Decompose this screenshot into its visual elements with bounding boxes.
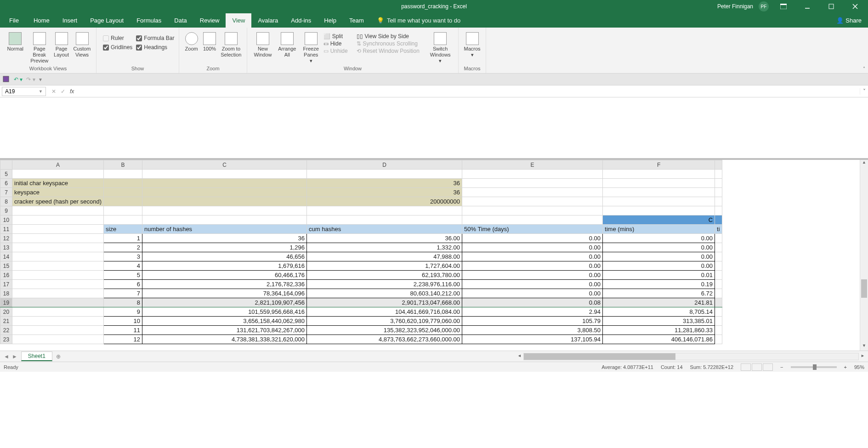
- col-header-a[interactable]: A: [12, 160, 104, 170]
- col-header-b[interactable]: B: [104, 160, 142, 170]
- add-sheet-icon[interactable]: ⊕: [52, 353, 64, 360]
- table-row[interactable]: 22 11 131,621,703,842,267,000 135,382,32…: [0, 326, 722, 335]
- row-header[interactable]: 14: [0, 252, 12, 261]
- expand-formula-bar-icon[interactable]: ˅: [860, 88, 868, 95]
- horizontal-scrollbar[interactable]: ◄ ►: [523, 353, 859, 360]
- switch-windows-button[interactable]: Switch Windows ▾: [426, 31, 454, 64]
- arrange-all-button[interactable]: Arrange All: [276, 31, 299, 58]
- zoom-level[interactable]: 95%: [854, 364, 864, 370]
- view-page-layout-icon[interactable]: [752, 363, 762, 371]
- tab-view[interactable]: View: [226, 13, 251, 28]
- close-icon[interactable]: [846, 0, 864, 13]
- table-row[interactable]: 21 10 3,656,158,440,062,980 3,760,620,10…: [0, 317, 722, 326]
- table-row[interactable]: 18 7 78,364,164,096 80,603,140,212.00 0.…: [0, 289, 722, 298]
- scroll-down-icon[interactable]: ▼: [860, 343, 868, 351]
- page-break-button[interactable]: Page Break Preview: [28, 31, 51, 64]
- row-header[interactable]: 22: [0, 326, 12, 335]
- avatar[interactable]: PF: [759, 1, 769, 11]
- row-header[interactable]: 16: [0, 271, 12, 280]
- row-header[interactable]: 15: [0, 261, 12, 271]
- tell-me[interactable]: 💡 Tell me what you want to do: [370, 13, 467, 28]
- sheet-tab[interactable]: Sheet1: [21, 352, 52, 361]
- user-name[interactable]: Peter Finnigan: [717, 3, 753, 10]
- row-header[interactable]: 18: [0, 289, 12, 298]
- scroll-thumb[interactable]: [861, 279, 867, 298]
- tab-team[interactable]: Team: [343, 13, 370, 28]
- sheet-nav-prev-icon[interactable]: ◄: [4, 353, 9, 360]
- row-header[interactable]: 21: [0, 317, 12, 326]
- row-header[interactable]: 12: [0, 234, 12, 243]
- view-normal-icon[interactable]: [741, 363, 751, 371]
- table-row[interactable]: 15 4 1,679,616 1,727,604.00 0.00 0.00: [0, 261, 722, 271]
- table-row[interactable]: 20 9 101,559,956,668,416 104,461,669,716…: [0, 307, 722, 317]
- minimize-icon[interactable]: [798, 0, 817, 13]
- view-page-break-icon[interactable]: [763, 363, 773, 371]
- new-window-button[interactable]: New Window: [251, 31, 275, 58]
- tab-review[interactable]: Review: [193, 13, 226, 28]
- row-header[interactable]: 19: [0, 298, 12, 307]
- fx-icon[interactable]: fx: [70, 88, 74, 95]
- col-header-c[interactable]: C: [142, 160, 307, 170]
- zoom-in-icon[interactable]: +: [844, 364, 847, 370]
- row-header[interactable]: 17: [0, 280, 12, 289]
- custom-views-button[interactable]: Custom Views: [72, 31, 92, 58]
- hscroll-thumb[interactable]: [524, 353, 675, 360]
- table-row[interactable]: 19 8 2,821,109,907,456 2,901,713,047,668…: [0, 298, 722, 307]
- tab-data[interactable]: Data: [168, 13, 193, 28]
- enter-formula-icon[interactable]: ✓: [61, 88, 65, 95]
- sheet-nav-next-icon[interactable]: ►: [12, 353, 17, 360]
- tab-formulas[interactable]: Formulas: [130, 13, 168, 28]
- zoom-out-icon[interactable]: −: [780, 364, 783, 370]
- row-header[interactable]: 20: [0, 307, 12, 317]
- formula-input[interactable]: [78, 87, 860, 96]
- table-row[interactable]: 14 3 46,656 47,988.00 0.00 0.00: [0, 252, 722, 261]
- redo-icon[interactable]: ↷ ▾: [26, 76, 35, 83]
- formula-bar-checkbox[interactable]: Formula Bar: [136, 35, 174, 41]
- row-header[interactable]: 9: [0, 206, 12, 215]
- row-header[interactable]: 7: [0, 188, 12, 197]
- macros-button[interactable]: Macros ▾: [462, 31, 482, 58]
- ribbon-display-icon[interactable]: [774, 0, 793, 13]
- qat-customize-icon[interactable]: ▾: [39, 76, 42, 83]
- page-layout-button[interactable]: Page Layout: [52, 31, 71, 58]
- table-row[interactable]: 12 1 36 36.00 0.00 0.00: [0, 234, 722, 243]
- maximize-icon[interactable]: [822, 0, 840, 13]
- tab-help[interactable]: Help: [318, 13, 343, 28]
- row-header[interactable]: 8: [0, 197, 12, 206]
- name-box[interactable]: A19 ▼: [2, 87, 46, 96]
- row-header[interactable]: 5: [0, 170, 12, 179]
- table-row[interactable]: 16 5 60,466,176 62,193,780.00 0.00 0.01: [0, 271, 722, 280]
- namebox-dropdown-icon[interactable]: ▼: [39, 89, 43, 94]
- col-header-f[interactable]: F: [603, 160, 715, 170]
- tab-home[interactable]: Home: [27, 13, 56, 28]
- table-row[interactable]: 23 12 4,738,381,338,321,620,000 4,873,76…: [0, 335, 722, 344]
- gridlines-checkbox[interactable]: Gridlines: [103, 44, 132, 51]
- col-header-d[interactable]: D: [307, 160, 462, 170]
- row-header[interactable]: 13: [0, 243, 12, 252]
- table-row[interactable]: 17 6 2,176,782,336 2,238,976,116.00 0.00…: [0, 280, 722, 289]
- col-header-g[interactable]: [715, 160, 722, 170]
- normal-view-button[interactable]: Normal: [4, 31, 27, 52]
- tab-avalara[interactable]: Avalara: [251, 13, 284, 28]
- cancel-formula-icon[interactable]: ✕: [51, 88, 56, 95]
- save-icon[interactable]: [3, 76, 10, 83]
- split-button[interactable]: ⬜Split: [323, 33, 356, 40]
- row-header[interactable]: 11: [0, 225, 12, 234]
- zoom-button[interactable]: Zoom: [183, 31, 200, 52]
- tab-page-layout[interactable]: Page Layout: [84, 13, 130, 28]
- select-all-corner[interactable]: [0, 160, 12, 170]
- collapse-ribbon-icon[interactable]: ˄: [863, 66, 865, 71]
- zoom-selection-button[interactable]: Zoom to Selection: [219, 31, 243, 58]
- hide-button[interactable]: ▭Hide: [323, 40, 356, 47]
- row-header[interactable]: 10: [0, 215, 12, 225]
- row-header[interactable]: 6: [0, 179, 12, 188]
- freeze-panes-button[interactable]: Freeze Panes ▾: [300, 31, 323, 64]
- zoom-slider[interactable]: [791, 366, 837, 368]
- side-by-side-button[interactable]: ▯▯View Side by Side: [357, 33, 425, 40]
- vertical-scrollbar[interactable]: ▲ ▼: [860, 160, 868, 351]
- share-button[interactable]: 👤 Share: [830, 13, 868, 28]
- zoom-100-button[interactable]: 100%: [201, 31, 218, 52]
- spreadsheet-grid[interactable]: A B C D E F 5 6initial char keyspace36 7…: [0, 160, 868, 351]
- ruler-checkbox[interactable]: Ruler: [103, 35, 132, 41]
- tab-file[interactable]: File: [3, 13, 25, 28]
